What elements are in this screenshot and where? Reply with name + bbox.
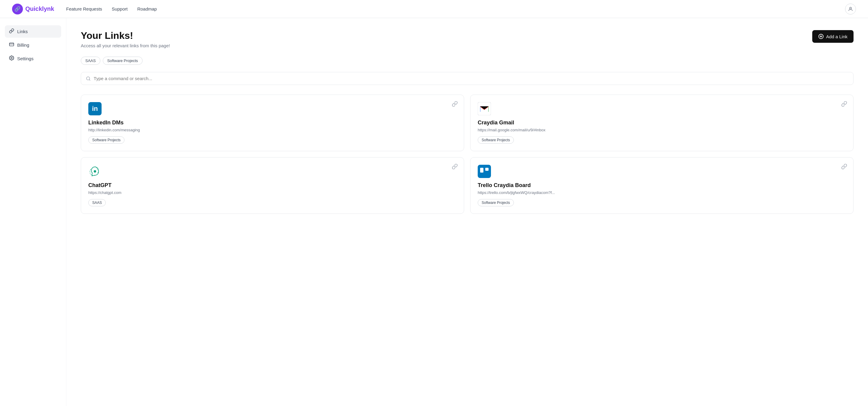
search-icon (86, 76, 91, 81)
sidebar-item-settings[interactable]: Settings (5, 53, 61, 65)
card-link-icon (452, 164, 458, 171)
sidebar-item-links[interactable]: Links (5, 25, 61, 38)
nav-roadmap[interactable]: Roadmap (137, 6, 157, 11)
main-header: Your Links! Access all your relevant lin… (81, 30, 854, 48)
svg-rect-17 (485, 168, 489, 171)
svg-rect-13 (488, 107, 489, 112)
chatgpt-logo (88, 165, 101, 178)
nav-feature-requests[interactable]: Feature Requests (66, 6, 102, 11)
card-linkedin[interactable]: in LinkedIn DMs http://linkedin.com/mess… (81, 95, 464, 151)
plus-circle-icon (818, 34, 824, 39)
card-url: https://chatgpt.com (88, 190, 457, 195)
svg-rect-1 (9, 43, 13, 46)
sidebar: Links Billing Settings (0, 18, 66, 406)
filter-tags: SAAS Software Projects (81, 57, 854, 65)
svg-point-0 (849, 7, 851, 9)
user-avatar[interactable] (845, 4, 856, 14)
card-title: Craydia Gmail (478, 120, 846, 126)
nav-links: Feature Requests Support Roadmap (66, 6, 157, 11)
search-bar (81, 72, 854, 85)
svg-rect-16 (480, 168, 484, 173)
card-title: Trello Craydia Board (478, 182, 846, 189)
billing-icon (9, 42, 14, 48)
filter-tag-software-projects[interactable]: Software Projects (103, 57, 143, 65)
brand-name: Quicklynk (25, 5, 54, 12)
card-link-icon (841, 164, 847, 171)
link-icon (9, 28, 14, 35)
logo-link[interactable]: 🔗 Quicklynk (12, 4, 54, 14)
svg-point-3 (11, 57, 12, 59)
card-tag: Software Projects (478, 136, 514, 144)
filter-tag-saas[interactable]: SAAS (81, 57, 100, 65)
svg-point-14 (94, 170, 96, 173)
main-content: Your Links! Access all your relevant lin… (66, 18, 868, 406)
sidebar-links-label: Links (17, 29, 28, 34)
page-subtitle: Access all your relevant links from this… (81, 43, 170, 48)
card-tag: SAAS (88, 199, 106, 206)
add-link-button[interactable]: Add a Link (812, 30, 854, 43)
trello-logo (478, 165, 491, 178)
card-url: http://linkedin.com/messaging (88, 128, 457, 132)
card-link-icon (841, 101, 847, 108)
nav-support[interactable]: Support (112, 6, 128, 11)
sidebar-item-billing[interactable]: Billing (5, 39, 61, 51)
settings-icon (9, 56, 14, 62)
sidebar-settings-label: Settings (17, 56, 33, 61)
card-tag: Software Projects (88, 136, 124, 144)
page-title: Your Links! (81, 30, 170, 41)
card-trello[interactable]: Trello Craydia Board https://trello.com/… (470, 157, 854, 214)
card-chatgpt[interactable]: ChatGPT https://chatgpt.com SAAS (81, 157, 464, 214)
linkedin-logo: in (88, 102, 101, 115)
gmail-logo (478, 102, 491, 115)
card-tag: Software Projects (478, 199, 514, 206)
card-link-icon (452, 101, 458, 108)
svg-rect-15 (478, 165, 491, 178)
navbar: 🔗 Quicklynk Feature Requests Support Roa… (0, 0, 868, 18)
layout: Links Billing Settings Your Li (0, 18, 868, 406)
card-title: LinkedIn DMs (88, 120, 457, 126)
main-title-block: Your Links! Access all your relevant lin… (81, 30, 170, 48)
card-url: https://mail.google.com/mail/u/9/#inbox (478, 128, 846, 132)
card-url: https://trello.com/b/jlgfwxWQ/craydiacom… (478, 190, 846, 195)
search-input[interactable] (94, 76, 848, 81)
card-gmail[interactable]: Craydia Gmail https://mail.google.com/ma… (470, 95, 854, 151)
cards-grid: in LinkedIn DMs http://linkedin.com/mess… (81, 95, 854, 214)
logo-icon: 🔗 (12, 4, 23, 14)
sidebar-billing-label: Billing (17, 42, 29, 47)
add-link-label: Add a Link (826, 34, 847, 39)
svg-rect-12 (480, 107, 480, 112)
card-title: ChatGPT (88, 182, 457, 189)
svg-line-8 (89, 79, 90, 80)
